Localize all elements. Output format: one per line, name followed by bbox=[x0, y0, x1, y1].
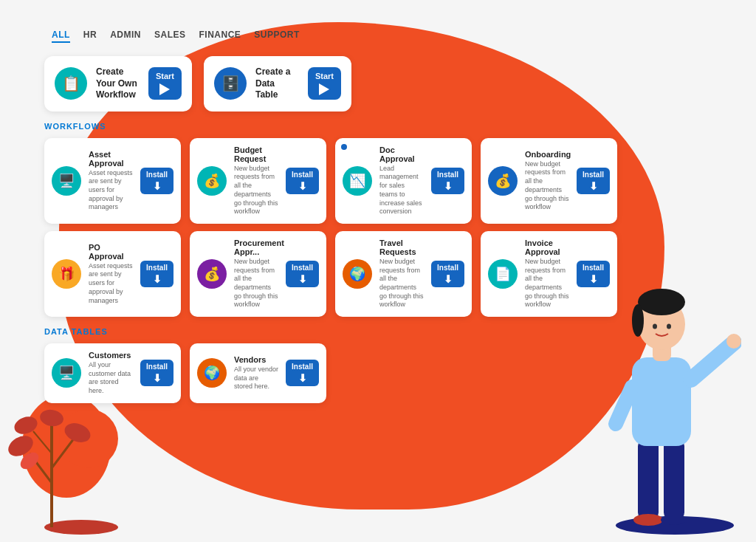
nav-tab-finance[interactable]: FINANCE bbox=[199, 30, 241, 43]
dt-title-1: Vendors bbox=[234, 355, 278, 364]
dt-icon-1: 🌍 bbox=[197, 358, 227, 388]
svg-line-2 bbox=[52, 439, 74, 468]
wf-desc-7: New budget requests from all the departm… bbox=[525, 258, 569, 309]
start-btn-label-0: Start bbox=[156, 72, 174, 80]
start-button-1[interactable]: Start bbox=[308, 67, 341, 100]
workflow-card-0: 🖥️ Asset Approval Asset requests are sen… bbox=[44, 138, 181, 224]
dt-download-icon-0: ⬇ bbox=[153, 373, 162, 383]
svg-point-5 bbox=[62, 420, 93, 446]
workflow-card-6: 🌍 Travel Requests New budget requests fr… bbox=[335, 231, 472, 317]
datatables-section-label: DATA TABLES bbox=[44, 327, 620, 336]
wf-body-3: Onboarding New budget requests from all … bbox=[525, 150, 569, 212]
wf-desc-0: Asset requests are sent by users for app… bbox=[89, 169, 133, 212]
wf-body-1: Budget Request New budget requests from … bbox=[234, 145, 278, 216]
datatables-row: 🖥️ Customers All your customer data are … bbox=[44, 343, 620, 403]
wf-desc-4: Asset requests are sent by users for app… bbox=[89, 262, 133, 305]
nav-tab-support[interactable]: SUPPORT bbox=[254, 30, 300, 43]
wf-desc-5: New budget requests from all the departm… bbox=[234, 258, 278, 309]
install-button-2[interactable]: Install ⬇ bbox=[431, 168, 464, 194]
svg-line-15 bbox=[616, 387, 632, 424]
nav-tab-all[interactable]: ALL bbox=[52, 30, 70, 43]
nav-tab-hr[interactable]: HR bbox=[83, 30, 97, 43]
dt-desc-1: All your vendor data are stored here. bbox=[234, 366, 278, 391]
workflow-card-2: 📉 Doc Approval Lead management for sales… bbox=[335, 138, 472, 224]
wf-body-6: Travel Requests New budget requests from… bbox=[379, 239, 424, 309]
content-area: ALLHRADMINSALESFINANCESUPPORT 📋 Create Y… bbox=[44, 30, 620, 411]
quickstart-text-1: Create a Data Table bbox=[255, 66, 299, 101]
workflows-row-1: 🖥️ Asset Approval Asset requests are sen… bbox=[44, 138, 620, 224]
install-button-3[interactable]: Install ⬇ bbox=[577, 168, 610, 194]
quickstart-row: 📋 Create Your Own Workflow Start 🗄️ Crea… bbox=[44, 56, 620, 112]
wf-icon-2: 📉 bbox=[343, 166, 372, 196]
dt-title-0: Customers bbox=[89, 351, 133, 360]
person-illustration bbox=[579, 232, 741, 542]
svg-point-22 bbox=[667, 324, 671, 329]
install-button-6[interactable]: Install ⬇ bbox=[431, 261, 464, 287]
quickstart-card-1: 🗄️ Create a Data Table Start bbox=[204, 56, 351, 112]
svg-point-21 bbox=[653, 324, 657, 329]
quickstart-icon-0: 📋 bbox=[55, 67, 87, 100]
svg-point-11 bbox=[633, 514, 663, 526]
workflows-row-2: 🎁 PO Approval Asset requests are sent by… bbox=[44, 231, 620, 317]
download-icon-6: ⬇ bbox=[444, 274, 453, 284]
download-icon-4: ⬇ bbox=[153, 274, 162, 284]
svg-rect-9 bbox=[638, 439, 659, 520]
svg-point-19 bbox=[638, 289, 685, 315]
download-icon-2: ⬇ bbox=[444, 181, 453, 191]
wf-body-2: Doc Approval Lead management for sales t… bbox=[379, 145, 424, 216]
svg-point-12 bbox=[661, 515, 687, 525]
install-button-4[interactable]: Install ⬇ bbox=[140, 261, 173, 287]
workflow-card-1: 💰 Budget Request New budget requests fro… bbox=[190, 138, 326, 224]
nav-tab-admin[interactable]: ADMIN bbox=[110, 30, 141, 43]
dt-install-button-1[interactable]: Install ⬇ bbox=[286, 360, 319, 386]
start-button-0[interactable]: Start bbox=[148, 67, 182, 100]
play-icon-1 bbox=[319, 83, 329, 95]
svg-line-3 bbox=[33, 431, 52, 453]
install-label-5: Install bbox=[292, 264, 313, 272]
install-button-1[interactable]: Install ⬇ bbox=[286, 168, 319, 194]
dt-install-button-0[interactable]: Install ⬇ bbox=[140, 360, 173, 386]
workflow-card-5: 💰 Procurement Appr... New budget request… bbox=[190, 231, 326, 317]
download-icon-1: ⬇ bbox=[298, 181, 307, 191]
download-icon-3: ⬇ bbox=[589, 181, 598, 191]
workflow-card-4: 🎁 PO Approval Asset requests are sent by… bbox=[44, 231, 181, 317]
plant-illustration bbox=[7, 380, 96, 527]
install-button-0[interactable]: Install ⬇ bbox=[140, 168, 173, 194]
wf-title-0: Asset Approval bbox=[89, 150, 133, 168]
quickstart-icon-1: 🗄️ bbox=[214, 67, 247, 100]
wf-body-4: PO Approval Asset requests are sent by u… bbox=[89, 243, 133, 305]
install-button-5[interactable]: Install ⬇ bbox=[286, 261, 319, 287]
wf-title-7: Invoice Approval bbox=[525, 239, 569, 256]
wf-icon-7: 📄 bbox=[488, 259, 518, 289]
wf-body-7: Invoice Approval New budget requests fro… bbox=[525, 239, 569, 309]
wf-desc-2: Lead management for sales teams to incre… bbox=[379, 165, 424, 216]
wf-desc-6: New budget requests from all the departm… bbox=[379, 258, 424, 309]
wf-icon-1: 💰 bbox=[197, 166, 227, 196]
svg-rect-10 bbox=[664, 439, 684, 520]
workflows-section-label: WORKFLOWS bbox=[44, 122, 620, 131]
wf-title-5: Procurement Appr... bbox=[234, 239, 278, 256]
wf-icon-0: 🖥️ bbox=[52, 166, 81, 196]
install-label-3: Install bbox=[583, 171, 604, 179]
svg-point-20 bbox=[632, 304, 644, 337]
nav-tab-sales[interactable]: SALES bbox=[154, 30, 186, 43]
wf-body-0: Asset Approval Asset requests are sent b… bbox=[89, 150, 133, 212]
install-label-2: Install bbox=[437, 171, 458, 179]
quickstart-card-0: 📋 Create Your Own Workflow Start bbox=[44, 56, 192, 112]
wf-body-5: Procurement Appr... New budget requests … bbox=[234, 239, 278, 309]
quickstart-title-0: Create Your Own Workflow bbox=[96, 66, 140, 101]
workflow-card-3: 💰 Onboarding New budget requests from al… bbox=[481, 138, 617, 224]
dt-download-icon-1: ⬇ bbox=[298, 373, 307, 383]
dot-indicator bbox=[341, 144, 347, 150]
install-label-0: Install bbox=[146, 171, 168, 179]
wf-desc-3: New budget requests from all the departm… bbox=[525, 160, 569, 212]
start-btn-label-1: Start bbox=[315, 72, 334, 80]
wf-icon-4: 🎁 bbox=[52, 259, 81, 289]
svg-rect-13 bbox=[632, 357, 691, 446]
wf-title-6: Travel Requests bbox=[379, 239, 424, 256]
play-icon-0 bbox=[159, 83, 170, 95]
svg-point-7 bbox=[38, 408, 64, 428]
wf-icon-5: 💰 bbox=[197, 259, 227, 289]
download-icon-0: ⬇ bbox=[153, 181, 162, 191]
dt-body-1: Vendors All your vendor data are stored … bbox=[234, 355, 278, 391]
